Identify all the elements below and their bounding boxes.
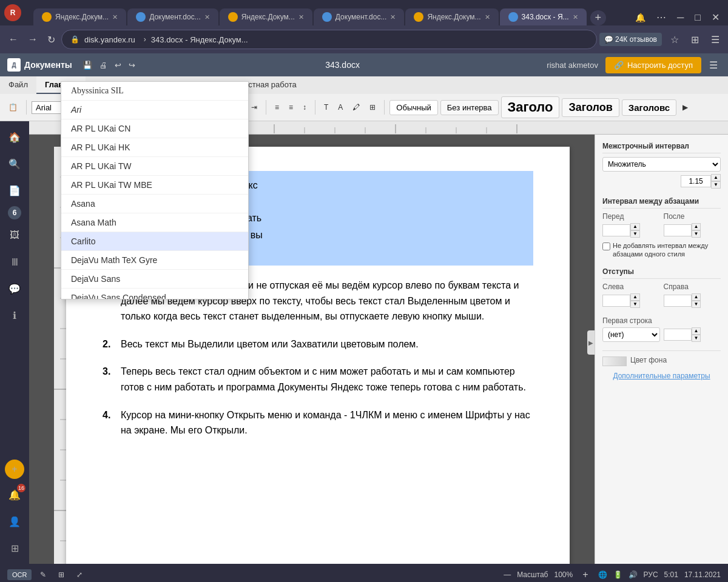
right-indent-input[interactable]: 0 см [664,295,692,307]
status-edit-btn[interactable]: ✎ [36,568,50,581]
preset-normal[interactable]: Обычный [389,100,437,115]
font-item-ar-pl-ukai-cn[interactable]: AR PL UKai CN [61,119,248,138]
color-fill-btn[interactable]: A [334,101,346,114]
color-swatch[interactable] [602,356,627,366]
menu-btn[interactable]: ☰ [706,58,721,73]
forward-button[interactable]: → [24,32,41,47]
no-add-spacing-checkbox[interactable] [602,242,610,250]
tab-2[interactable]: Документ.doc... ✕ [127,8,218,25]
font-item-ar-pl-ukai-tw[interactable]: AR PL UKai TW [61,157,248,176]
font-item-carlito[interactable]: Carlito [61,232,248,251]
font-item-asana-math[interactable]: Asana Math [61,213,248,232]
multiplier-input[interactable]: 1.15 [681,175,711,187]
align-center-btn[interactable]: ≡ [285,101,297,114]
font-item-dejavu-sans[interactable]: DejaVu Sans [61,270,248,289]
back-button[interactable]: ← [5,32,22,47]
tab-close-3[interactable]: ✕ [298,13,304,21]
left-indent-down[interactable]: ▼ [630,301,640,308]
first-line-stepper[interactable]: 0 см ▲ ▼ [664,327,721,342]
first-line-down[interactable]: ▼ [692,335,701,342]
before-up[interactable]: ▲ [630,223,640,230]
line-spacing-btn[interactable]: ↕ [299,101,310,114]
share-button[interactable]: 🔗 Настроить доступ [605,57,701,73]
settings-btn[interactable]: ☰ [707,32,723,48]
tab-close-4[interactable]: ✕ [390,13,396,21]
save-btn[interactable]: 💾 [79,59,95,72]
clear-format-btn[interactable]: T [320,101,332,114]
minimize-btn[interactable]: ─ [673,9,687,25]
after-up[interactable]: ▲ [692,223,701,230]
after-stepper[interactable]: 0.35 см ▲ ▼ [664,223,721,238]
font-item-ar-pl-ukai-tw-mbe[interactable]: AR PL UKai TW MBE [61,176,248,195]
notification-btn[interactable]: 🔔 [632,9,649,25]
tab-4[interactable]: Документ.doc... ✕ [314,8,405,25]
sidebar-format-btn[interactable]: Ⅲ [4,251,25,273]
extra-params-link[interactable]: Дополнительные параметры [602,372,721,380]
more-styles-btn[interactable]: ▶ [679,101,692,114]
before-stepper[interactable]: 0 см ▲ ▼ [602,223,660,238]
font-item-ar-pl-ukai-hk[interactable]: AR PL UKai HK [61,138,248,157]
tab-file[interactable]: Файл [0,76,36,94]
ocr-btn[interactable]: OCR [7,569,32,580]
first-line-input[interactable]: 0 см [664,329,692,341]
preset-heading2[interactable]: Заголов [562,98,619,117]
right-indent-up[interactable]: ▲ [692,293,701,301]
tab-6[interactable]: 343.docx - Я... ✕ [500,8,587,25]
font-item-dejavu-math[interactable]: DejaVu Math TeX Gyre [61,251,248,270]
tab-close-6[interactable]: ✕ [573,13,578,21]
notifications-btn[interactable]: 💬 24К отзывов [599,33,662,46]
left-indent-stepper[interactable]: 0 см ▲ ▼ [602,293,660,308]
font-item-ari[interactable]: Ari [61,101,248,119]
left-indent-up[interactable]: ▲ [630,293,640,301]
tab-1[interactable]: Яндекс.Докум... ✕ [33,8,126,25]
tab-5[interactable]: Яндекс.Докум... ✕ [405,8,498,25]
clipboard-btn[interactable]: 📋 [5,101,21,114]
new-tab-button[interactable]: + [590,10,607,25]
sidebar-doc-btn[interactable]: 📄 [4,179,25,201]
after-input[interactable]: 0.35 см [664,224,692,236]
redo-btn[interactable]: ↪ [126,59,138,72]
sidebar-home-btn[interactable]: 🏠 [4,126,25,148]
preset-heading3[interactable]: Заголовс [622,99,676,116]
after-down[interactable]: ▼ [692,230,701,238]
before-input[interactable]: 0 см [602,224,630,236]
sidebar-info-btn[interactable]: ℹ [4,304,25,326]
font-item-dejavu-sans-condensed[interactable]: DejaVu Sans Condensed [61,289,248,299]
address-bar[interactable]: 🔒 disk.yandex.ru › 343.docx - Яндекс.Док… [61,30,597,49]
sidebar-comment-btn[interactable]: 💬 [4,278,25,299]
left-indent-input[interactable]: 0 см [602,295,630,307]
refresh-button[interactable]: ↻ [44,32,59,48]
maximize-btn[interactable]: □ [691,9,704,25]
sidebar-user-btn[interactable]: 👤 [4,510,25,532]
multiplier-stepper[interactable]: 1.15 ▲ ▼ [681,174,721,189]
preset-no-spacing[interactable]: Без интерва [440,100,499,115]
tab-3[interactable]: Яндекс.Докум... ✕ [220,8,312,25]
bookmark-btn[interactable]: ⋯ [653,9,670,25]
close-btn[interactable]: ✕ [708,9,723,25]
right-indent-stepper[interactable]: 0 см ▲ ▼ [664,293,721,308]
bookmark-star-btn[interactable]: ☆ [667,32,682,48]
extensions-btn[interactable]: ⊞ [687,32,703,48]
tab-close-1[interactable]: ✕ [112,13,118,21]
first-line-select[interactable]: (нет) [602,327,660,342]
preset-heading1[interactable]: Заголо [501,96,560,118]
right-indent-down[interactable]: ▼ [692,301,701,308]
highlight-btn[interactable]: 🖍 [349,101,363,114]
undo-btn[interactable]: ↩ [112,59,124,72]
print-btn[interactable]: 🖨 [96,59,110,72]
align-left-btn[interactable]: ≡ [271,101,283,114]
tab-close-2[interactable]: ✕ [204,13,210,21]
multiplier-up[interactable]: ▲ [711,174,721,181]
sidebar-windows-btn[interactable]: ⊞ [4,537,25,559]
indent-more-btn[interactable]: ⇥ [248,101,261,114]
status-expand-btn[interactable]: ⤢ [73,568,86,581]
first-line-up[interactable]: ▲ [692,327,701,335]
multiplier-down[interactable]: ▼ [711,181,721,189]
sidebar-add-btn[interactable]: + [5,460,24,479]
tab-close-5[interactable]: ✕ [485,13,490,21]
insert-table-btn[interactable]: ⊞ [366,101,379,114]
zoom-in-btn[interactable]: + [579,567,592,582]
multiplier-select[interactable]: Множитель [602,157,721,172]
font-item-abyssinica-sil[interactable]: Abyssinica SIL [61,82,248,101]
font-item-asana[interactable]: Asana [61,195,248,213]
